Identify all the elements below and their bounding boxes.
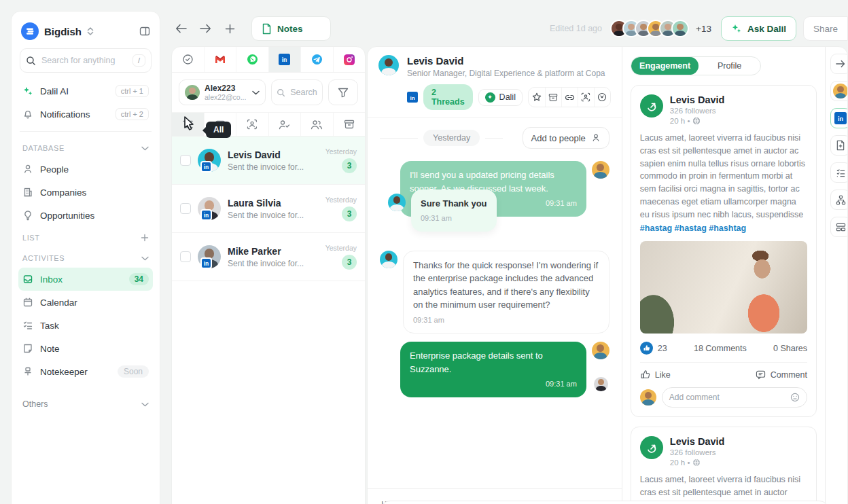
post-author[interactable]: Levis David <box>670 436 725 447</box>
user-scan-icon <box>247 119 258 130</box>
sidebar-item-companies[interactable]: Companies <box>18 181 153 204</box>
row-checkbox[interactable] <box>180 155 191 166</box>
collapse-sidebar-icon[interactable] <box>139 26 150 37</box>
conversation-name: Mike Parker <box>228 246 319 257</box>
sidebar-item-inbox[interactable]: Inbox 34 <box>18 268 153 291</box>
sidebar-item-calendar[interactable]: Calendar <box>18 291 153 314</box>
tab-engagement[interactable]: Engagement <box>631 57 699 75</box>
add-comment-input[interactable]: Add comment <box>662 387 807 408</box>
section-list[interactable]: LIST <box>18 227 153 247</box>
smiley-icon[interactable] <box>790 393 800 402</box>
dalil-chip[interactable]: ✦ Dalil <box>478 89 523 106</box>
new-tab-button[interactable] <box>220 19 239 38</box>
tasks-panel-button[interactable] <box>830 162 848 183</box>
arrow-left-icon <box>175 24 187 33</box>
plus-icon[interactable] <box>141 234 149 242</box>
tab-label: Notes <box>277 24 303 34</box>
share-count[interactable]: 0 Shares <box>773 344 807 353</box>
thumb-outline-icon <box>640 370 650 380</box>
section-activities[interactable]: ACTIVITES <box>18 247 153 268</box>
threads-badge[interactable]: 2 Threads <box>423 84 473 110</box>
kanban-icon <box>836 223 846 232</box>
tab-whatsapp[interactable] <box>236 47 269 72</box>
avatar-overflow-count[interactable]: +13 <box>696 24 711 34</box>
avatar <box>671 20 689 37</box>
comment-button[interactable]: Comment <box>756 370 807 380</box>
post-photo[interactable] <box>640 241 807 334</box>
add-file-button[interactable] <box>830 135 848 156</box>
tab-instagram[interactable] <box>334 47 366 72</box>
account-selector[interactable]: Alex223 alex22@co... <box>179 79 266 105</box>
sidebar-item-opportunities[interactable]: Opportunities <box>18 204 153 227</box>
row-checkbox[interactable] <box>180 203 191 214</box>
message-bubble[interactable]: Thanks for the quick response! I'm wonde… <box>403 251 610 334</box>
message-incoming: Sure Thank you 09:31 am <box>388 190 610 232</box>
conversation-row-levis-david[interactable]: in Levis David Sent the invoice for... Y… <box>172 137 365 185</box>
dalil-logo-icon: ✦ <box>485 92 495 103</box>
composer-toolbar[interactable] <box>381 501 829 504</box>
filter-mentions[interactable] <box>236 113 269 136</box>
collapse-panel-button[interactable] <box>830 54 848 74</box>
like-button[interactable]: Like <box>640 370 671 380</box>
sidebar-item-notifications[interactable]: Notifications ctrl + 2 <box>18 103 153 126</box>
section-others[interactable]: Others <box>18 393 153 414</box>
gmail-icon <box>215 55 226 64</box>
tab-all-done[interactable] <box>172 47 205 72</box>
global-search-input[interactable]: Search for anything / <box>20 48 152 73</box>
user-check-icon <box>279 120 290 130</box>
sidebar-item-task[interactable]: Task <box>18 314 153 337</box>
linkedin-badge-icon: in <box>200 161 212 173</box>
add-to-people-button[interactable]: Add to people <box>523 127 610 149</box>
conversation-row-laura-silvia[interactable]: in Laura Silvia Sent the invoice for... … <box>172 185 365 233</box>
chevron-down-icon <box>252 90 260 95</box>
top-bar: Notes Edited 1d ago +13 Ask Dalil Share <box>171 15 848 42</box>
message-text: Sure Thank you <box>421 198 487 209</box>
post-hashtags[interactable]: #hastag #hastag #hashtag <box>640 223 807 233</box>
workspace-switcher[interactable]: Bigdish <box>18 18 153 47</box>
tab-profile[interactable]: Profile <box>699 57 760 75</box>
layout-button[interactable] <box>830 217 848 237</box>
tab-notes[interactable]: Notes <box>251 16 331 41</box>
conversation-time: Yesterday <box>325 244 357 252</box>
sidebar-item-dalil-ai[interactable]: Dalil AI ctrl + 1 <box>18 79 153 103</box>
section-database[interactable]: DATABASE <box>18 137 153 158</box>
forward-button[interactable] <box>196 19 215 38</box>
archive-button[interactable] <box>545 88 561 107</box>
filter-archived[interactable] <box>334 113 366 136</box>
tab-telegram[interactable] <box>301 47 334 72</box>
share-button[interactable]: Share <box>803 16 848 41</box>
tab-linkedin[interactable]: in <box>269 47 302 72</box>
building-icon <box>22 187 33 198</box>
globe-icon <box>692 117 701 125</box>
star-button[interactable] <box>529 88 545 107</box>
org-chart-button[interactable] <box>830 190 848 210</box>
note-icon <box>22 343 33 354</box>
conversation-row-mike-parker[interactable]: in Mike Parker Sent the invoice for... Y… <box>172 233 365 281</box>
list-search-input[interactable]: Search <box>271 79 323 105</box>
profile-avatar-button[interactable] <box>830 81 848 101</box>
filter-button[interactable] <box>328 79 358 105</box>
row-checkbox[interactable] <box>180 251 191 262</box>
sidebar-item-notekeeper[interactable]: Notekeeper Soon <box>18 360 153 383</box>
like-count[interactable]: 23 <box>658 344 667 353</box>
post-author[interactable]: Levis David <box>670 94 725 105</box>
message-outgoing: Enterprise package details sent to Suzza… <box>400 342 610 397</box>
tab-gmail[interactable] <box>205 47 237 72</box>
filter-groups[interactable] <box>301 113 334 136</box>
message-bubble[interactable]: Enterprise package details sent to Suzza… <box>400 342 586 397</box>
message-bubble[interactable]: Sure Thank you 09:31 am <box>411 190 497 232</box>
comment-count[interactable]: 18 Comments <box>694 344 747 353</box>
plus-icon <box>225 24 235 34</box>
sidebar-item-note[interactable]: Note <box>18 337 153 360</box>
filter-assigned[interactable] <box>269 113 302 136</box>
ask-dalil-button[interactable]: Ask Dalil <box>721 16 796 41</box>
conversation-preview: Sent the invoice for... <box>228 259 319 268</box>
back-button[interactable] <box>171 19 190 38</box>
lightbulb-icon <box>22 210 33 221</box>
sidebar-item-people[interactable]: People <box>18 158 153 181</box>
copy-link-button[interactable] <box>561 88 578 107</box>
add-contact-button[interactable] <box>578 88 594 107</box>
linkedin-panel-button[interactable]: in <box>830 108 848 128</box>
focus-button[interactable] <box>594 88 610 107</box>
collaborator-avatars[interactable] <box>610 20 689 37</box>
